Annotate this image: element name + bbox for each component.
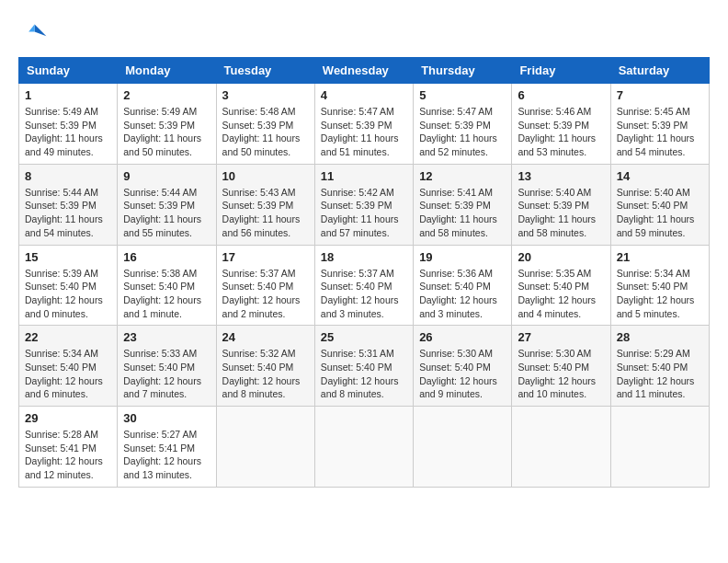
sunset-label: Sunset: 5:39 PM <box>222 200 294 211</box>
day-info: Sunrise: 5:49 AM Sunset: 5:39 PM Dayligh… <box>25 105 111 159</box>
page-header <box>18 18 710 48</box>
sunrise-label: Sunrise: 5:39 AM <box>25 268 98 279</box>
svg-marker-1 <box>28 24 34 31</box>
sunset-label: Sunset: 5:40 PM <box>518 362 589 373</box>
sunset-label: Sunset: 5:39 PM <box>123 120 195 131</box>
sunset-label: Sunset: 5:40 PM <box>222 281 294 292</box>
day-number: 8 <box>25 169 111 183</box>
calendar-day-cell: 6 Sunrise: 5:46 AM Sunset: 5:39 PM Dayli… <box>512 84 610 165</box>
day-number: 9 <box>123 169 210 183</box>
calendar-table: SundayMondayTuesdayWednesdayThursdayFrid… <box>18 57 710 488</box>
calendar-day-cell: 7 Sunrise: 5:45 AM Sunset: 5:39 PM Dayli… <box>610 84 709 165</box>
day-info: Sunrise: 5:33 AM Sunset: 5:40 PM Dayligh… <box>123 347 210 401</box>
calendar-day-cell: 11 Sunrise: 5:42 AM Sunset: 5:39 PM Dayl… <box>314 164 413 245</box>
sunrise-label: Sunrise: 5:41 AM <box>419 187 493 198</box>
daylight-label: Daylight: 11 hours and 50 minutes. <box>222 132 301 157</box>
sunrise-label: Sunrise: 5:27 AM <box>123 429 197 440</box>
sunrise-label: Sunrise: 5:45 AM <box>617 106 690 117</box>
day-info: Sunrise: 5:44 AM Sunset: 5:39 PM Dayligh… <box>123 186 210 240</box>
daylight-label: Daylight: 12 hours and 3 minutes. <box>321 294 399 319</box>
day-info: Sunrise: 5:45 AM Sunset: 5:39 PM Dayligh… <box>617 105 703 159</box>
day-info: Sunrise: 5:29 AM Sunset: 5:40 PM Dayligh… <box>617 347 703 401</box>
sunset-label: Sunset: 5:40 PM <box>617 281 688 292</box>
day-info: Sunrise: 5:32 AM Sunset: 5:40 PM Dayligh… <box>222 347 309 401</box>
sunrise-label: Sunrise: 5:37 AM <box>222 268 296 279</box>
daylight-label: Daylight: 12 hours and 9 minutes. <box>419 375 497 400</box>
day-info: Sunrise: 5:47 AM Sunset: 5:39 PM Dayligh… <box>419 105 506 159</box>
sunset-label: Sunset: 5:39 PM <box>222 120 294 131</box>
calendar-day-cell <box>314 407 413 488</box>
sunrise-label: Sunrise: 5:44 AM <box>25 187 98 198</box>
day-number: 15 <box>25 250 111 264</box>
sunrise-label: Sunrise: 5:48 AM <box>222 106 296 117</box>
daylight-label: Daylight: 11 hours and 54 minutes. <box>25 213 103 238</box>
day-number: 7 <box>617 88 703 102</box>
sunset-label: Sunset: 5:39 PM <box>321 200 392 211</box>
day-number: 28 <box>617 330 703 344</box>
sunrise-label: Sunrise: 5:34 AM <box>617 268 690 279</box>
daylight-label: Daylight: 12 hours and 13 minutes. <box>123 455 201 480</box>
day-number: 1 <box>25 88 111 102</box>
calendar-day-cell: 26 Sunrise: 5:30 AM Sunset: 5:40 PM Dayl… <box>414 326 512 407</box>
logo-icon <box>18 18 48 48</box>
sunset-label: Sunset: 5:39 PM <box>321 120 392 131</box>
day-info: Sunrise: 5:31 AM Sunset: 5:40 PM Dayligh… <box>321 347 407 401</box>
day-info: Sunrise: 5:46 AM Sunset: 5:39 PM Dayligh… <box>518 105 604 159</box>
daylight-label: Daylight: 11 hours and 49 minutes. <box>25 132 103 157</box>
sunset-label: Sunset: 5:40 PM <box>25 362 97 373</box>
calendar-day-cell: 20 Sunrise: 5:35 AM Sunset: 5:40 PM Dayl… <box>512 245 610 326</box>
daylight-label: Daylight: 11 hours and 57 minutes. <box>321 213 399 238</box>
daylight-label: Daylight: 11 hours and 56 minutes. <box>222 213 301 238</box>
daylight-label: Daylight: 12 hours and 7 minutes. <box>123 375 201 400</box>
calendar-day-cell: 27 Sunrise: 5:30 AM Sunset: 5:40 PM Dayl… <box>512 326 610 407</box>
day-info: Sunrise: 5:40 AM Sunset: 5:39 PM Dayligh… <box>518 186 604 240</box>
day-number: 19 <box>419 250 506 264</box>
calendar-day-cell: 13 Sunrise: 5:40 AM Sunset: 5:39 PM Dayl… <box>512 164 610 245</box>
daylight-label: Daylight: 12 hours and 8 minutes. <box>222 375 301 400</box>
day-of-week-header: Monday <box>118 58 216 84</box>
sunset-label: Sunset: 5:40 PM <box>321 281 392 292</box>
daylight-label: Daylight: 11 hours and 55 minutes. <box>123 213 201 238</box>
day-of-week-header: Saturday <box>610 58 709 84</box>
calendar-week-row: 22 Sunrise: 5:34 AM Sunset: 5:40 PM Dayl… <box>19 326 710 407</box>
sunset-label: Sunset: 5:41 PM <box>123 442 195 454</box>
day-number: 14 <box>617 169 703 183</box>
calendar-day-cell <box>216 407 314 488</box>
sunrise-label: Sunrise: 5:47 AM <box>321 106 394 117</box>
daylight-label: Daylight: 11 hours and 54 minutes. <box>617 132 695 157</box>
svg-marker-0 <box>35 24 47 36</box>
day-number: 5 <box>419 88 506 102</box>
calendar-week-row: 15 Sunrise: 5:39 AM Sunset: 5:40 PM Dayl… <box>19 245 710 326</box>
day-of-week-header: Wednesday <box>314 58 413 84</box>
daylight-label: Daylight: 12 hours and 11 minutes. <box>617 375 695 400</box>
calendar-day-cell <box>512 407 610 488</box>
day-number: 24 <box>222 330 309 344</box>
day-info: Sunrise: 5:34 AM Sunset: 5:40 PM Dayligh… <box>25 347 111 401</box>
day-number: 13 <box>518 169 604 183</box>
calendar-day-cell: 18 Sunrise: 5:37 AM Sunset: 5:40 PM Dayl… <box>314 245 413 326</box>
day-of-week-header: Tuesday <box>216 58 314 84</box>
sunset-label: Sunset: 5:39 PM <box>419 200 491 211</box>
day-number: 6 <box>518 88 604 102</box>
sunrise-label: Sunrise: 5:36 AM <box>419 268 493 279</box>
day-number: 27 <box>518 330 604 344</box>
day-number: 22 <box>25 330 111 344</box>
day-of-week-header: Sunday <box>19 58 118 84</box>
sunrise-label: Sunrise: 5:44 AM <box>123 187 197 198</box>
daylight-label: Daylight: 12 hours and 8 minutes. <box>321 375 399 400</box>
day-of-week-header: Thursday <box>414 58 512 84</box>
sunrise-label: Sunrise: 5:29 AM <box>617 348 690 359</box>
sunrise-label: Sunrise: 5:43 AM <box>222 187 296 198</box>
day-number: 12 <box>419 169 506 183</box>
sunset-label: Sunset: 5:40 PM <box>222 362 294 373</box>
sunset-label: Sunset: 5:40 PM <box>25 281 97 292</box>
day-info: Sunrise: 5:41 AM Sunset: 5:39 PM Dayligh… <box>419 186 506 240</box>
day-of-week-header: Friday <box>512 58 610 84</box>
sunrise-label: Sunrise: 5:47 AM <box>419 106 493 117</box>
sunset-label: Sunset: 5:40 PM <box>617 200 688 211</box>
day-number: 29 <box>25 411 111 425</box>
calendar-day-cell: 29 Sunrise: 5:28 AM Sunset: 5:41 PM Dayl… <box>19 407 118 488</box>
calendar-week-row: 29 Sunrise: 5:28 AM Sunset: 5:41 PM Dayl… <box>19 407 710 488</box>
day-info: Sunrise: 5:44 AM Sunset: 5:39 PM Dayligh… <box>25 186 111 240</box>
day-info: Sunrise: 5:37 AM Sunset: 5:40 PM Dayligh… <box>222 267 309 321</box>
